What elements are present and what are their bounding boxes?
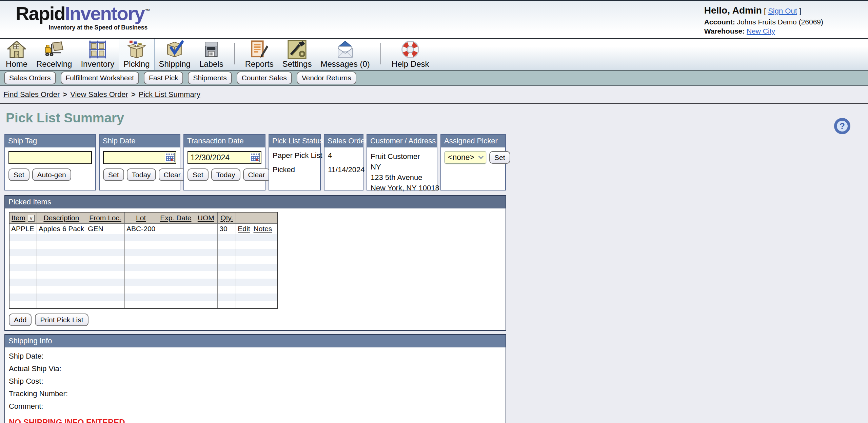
toolbar-item-shipping[interactable]: Shipping	[155, 39, 195, 70]
section-title: Shipping Info	[5, 335, 506, 347]
bracket: [	[764, 7, 766, 15]
main-content: Pick List Summary ? Ship Tag Set Auto-ge…	[0, 110, 868, 423]
print-pick-list-button[interactable]: Print Pick List	[35, 314, 88, 326]
app-logo: RapidInventory™ Inventory at the Speed o…	[16, 4, 150, 31]
toolbar-item-labels[interactable]: Labels	[195, 39, 228, 70]
subnav-sales-orders-button[interactable]: Sales Orders	[4, 72, 56, 84]
toolbar-item-settings[interactable]: Settings	[278, 39, 316, 70]
panel-body: Set Auto-gen	[5, 147, 95, 190]
comment-label: Comment:	[9, 402, 502, 411]
cell-actions: EditNotes	[236, 224, 278, 234]
column-header-exp-date: Exp. Date	[157, 212, 194, 224]
toolbar-item-inventory[interactable]: Inventory	[76, 39, 119, 70]
ship-tag-input[interactable]	[8, 151, 92, 164]
table-empty-row	[9, 271, 277, 279]
transaction-date-set-button[interactable]: Set	[188, 168, 209, 181]
table-header-row: Itemv Description From Loc. Lot Exp. Dat…	[9, 212, 277, 224]
warehouse-link[interactable]: New City	[747, 27, 775, 35]
toolbar-label: Picking	[123, 59, 150, 69]
warehouse-label: Warehouse:	[704, 27, 745, 35]
notes-row-link[interactable]: Notes	[254, 225, 272, 233]
label-printer-icon	[202, 40, 221, 59]
sort-indicator-icon[interactable]: v	[28, 215, 35, 222]
greeting-line: Hello, Admin [ Sign Out ]	[704, 4, 823, 17]
greeting-text: Hello, Admin	[704, 5, 762, 16]
table-empty-row	[9, 241, 277, 249]
report-document-icon	[250, 40, 269, 59]
toolbar-item-receiving[interactable]: Receiving	[32, 39, 76, 70]
subnav-fulfillment-worksheet-button[interactable]: Fulfillment Worksheet	[61, 72, 139, 84]
sort-lot-link[interactable]: Lot	[136, 214, 146, 222]
breadcrumb-find-sales-order[interactable]: Find Sales Order	[3, 90, 60, 99]
customer-street: 123 5th Avenue	[371, 172, 433, 183]
sign-out-link[interactable]: Sign Out	[768, 7, 797, 15]
toolbar-item-reports[interactable]: Reports	[241, 39, 278, 70]
breadcrumb-view-sales-order[interactable]: View Sales Order	[70, 90, 128, 99]
panel-title: Ship Date	[100, 135, 180, 147]
subnav-fast-pick-button[interactable]: Fast Pick	[144, 72, 183, 84]
tracking-number-label: Tracking Number:	[9, 389, 502, 398]
toolbar-item-messages[interactable]: Messages (0)	[316, 39, 374, 70]
panel-title: Assigned Picker	[441, 135, 505, 147]
cell-from-loc: GEN	[86, 224, 125, 234]
add-item-button[interactable]: Add	[9, 314, 32, 326]
breadcrumb-pick-list-summary[interactable]: Pick List Summary	[139, 90, 200, 99]
cell-exp-date	[157, 224, 194, 234]
subnav-shipments-button[interactable]: Shipments	[188, 72, 232, 84]
panel-title: Sales Order	[324, 135, 363, 147]
pick-list-status-value: Paper Pick List	[273, 151, 317, 160]
sort-from-loc-link[interactable]: From Loc.	[89, 214, 121, 222]
ship-date-today-button[interactable]: Today	[127, 168, 156, 181]
toolbar-item-picking[interactable]: Picking	[119, 39, 154, 70]
edit-row-link[interactable]: Edit	[238, 225, 250, 233]
sort-qty-link[interactable]: Qty.	[220, 214, 233, 222]
panel-body: <none> Set	[441, 147, 505, 190]
column-header-from-loc: From Loc.	[86, 212, 125, 224]
ship-date-panel: Ship Date Set Today Clear	[99, 134, 180, 190]
transaction-date-today-button[interactable]: Today	[211, 168, 240, 181]
ship-tag-auto-gen-button[interactable]: Auto-gen	[32, 168, 71, 181]
sort-uom-link[interactable]: UOM	[198, 214, 214, 222]
envelope-icon	[336, 40, 355, 59]
help-button[interactable]: ?	[834, 118, 850, 134]
breadcrumb-separator: >	[63, 90, 67, 99]
shelves-icon	[88, 40, 107, 59]
panel-title: Customer / Address	[367, 135, 437, 147]
sort-item-link[interactable]: Item	[12, 214, 25, 222]
open-box-icon	[127, 40, 146, 59]
summary-panels: Ship Tag Set Auto-gen Ship Date Set Toda…	[4, 134, 868, 190]
ship-date-clear-button[interactable]: Clear	[159, 168, 186, 181]
sales-order-number: 4	[328, 151, 359, 160]
customer-city: New York, NY 10018	[371, 183, 433, 193]
assigned-picker-set-button[interactable]: Set	[489, 151, 510, 164]
sort-exp-date-link[interactable]: Exp. Date	[160, 214, 191, 222]
sort-description-link[interactable]: Description	[43, 214, 79, 222]
panel-body: Set Today Clear	[100, 147, 180, 190]
shipping-info-section: Shipping Info Ship Date: Actual Ship Via…	[4, 334, 506, 423]
table-empty-row	[9, 256, 277, 264]
toolbar-item-help-desk[interactable]: Help Desk	[387, 39, 434, 70]
main-toolbar: Home Receiving Inventory Picking Shippin…	[0, 38, 868, 70]
subnav-counter-sales-button[interactable]: Counter Sales	[237, 72, 292, 84]
toolbar-item-home[interactable]: Home	[1, 39, 32, 70]
transaction-date-clear-button[interactable]: Clear	[243, 168, 270, 181]
panel-body: 4 11/14/2024	[324, 147, 363, 190]
customer-name: Fruit Customer	[371, 151, 433, 162]
table-empty-row	[9, 234, 277, 241]
ship-tag-panel: Ship Tag Set Auto-gen	[4, 134, 96, 190]
column-header-actions	[236, 212, 278, 224]
home-icon	[7, 40, 26, 59]
picked-items-tbody: APPLE Apples 6 Pack GEN ABC-200 30 EditN…	[9, 224, 277, 308]
ship-tag-set-button[interactable]: Set	[8, 168, 29, 181]
toolbar-label: Shipping	[159, 59, 191, 69]
breadcrumb: Find Sales Order > View Sales Order > Pi…	[0, 86, 868, 104]
panel-body: Fruit Customer NY 123 5th Avenue New Yor…	[367, 147, 437, 197]
assigned-picker-select[interactable]: <none>	[445, 151, 486, 164]
toolbar-label: Home	[6, 59, 27, 69]
logo-rapid: Rapid	[16, 3, 65, 24]
calendar-icon[interactable]	[250, 153, 260, 162]
subnav-vendor-returns-button[interactable]: Vendor Returns	[297, 72, 356, 84]
column-header-lot: Lot	[125, 212, 157, 224]
calendar-icon[interactable]	[165, 153, 175, 162]
ship-date-set-button[interactable]: Set	[103, 168, 124, 181]
